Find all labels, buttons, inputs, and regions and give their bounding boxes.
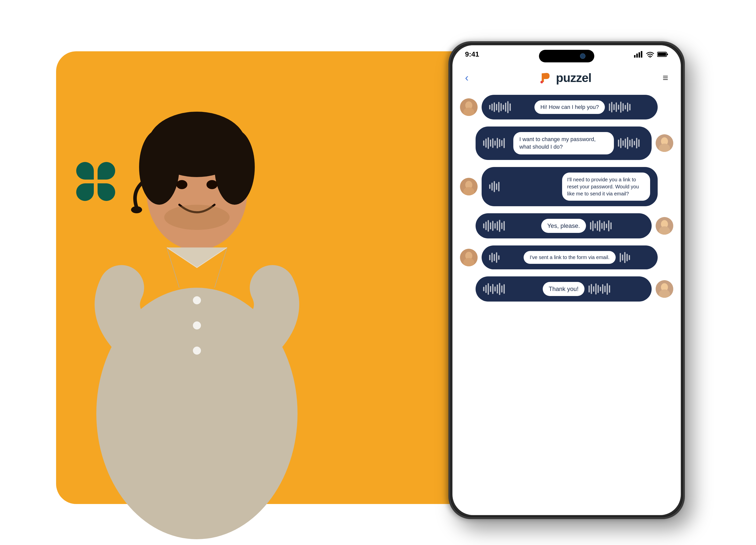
message-4-text: Yes, please. bbox=[541, 219, 586, 233]
svg-rect-12 bbox=[237, 164, 251, 187]
message-5-bubble: I've sent a link to the form via email. bbox=[482, 245, 658, 269]
svg-point-21 bbox=[650, 57, 651, 58]
status-time: 9:41 bbox=[465, 50, 479, 58]
puzzel-logo: puzzel bbox=[540, 71, 592, 85]
message-3-text: I'll need to provide you a link to reset… bbox=[562, 173, 650, 201]
svg-rect-11 bbox=[143, 164, 157, 187]
waveform-left-5 bbox=[489, 252, 520, 263]
svg-rect-17 bbox=[634, 55, 636, 58]
menu-button[interactable]: ≡ bbox=[663, 72, 668, 83]
svg-rect-20 bbox=[641, 51, 642, 58]
dynamic-island bbox=[539, 50, 594, 62]
phone-mockup: 9:41 bbox=[448, 41, 685, 519]
message-3-bubble: I'll need to provide you a link to reset… bbox=[482, 167, 658, 206]
person-area bbox=[46, 36, 348, 539]
agent-avatar-5 bbox=[460, 249, 478, 266]
message-6-bubble: Thank you! bbox=[476, 276, 652, 302]
person-illustration bbox=[71, 61, 323, 539]
svg-rect-19 bbox=[639, 52, 640, 58]
waveform-left-3 bbox=[489, 181, 558, 192]
svg-point-13 bbox=[131, 206, 142, 213]
waveform-left-4 bbox=[483, 220, 537, 232]
message-3: I'll need to provide you a link to reset… bbox=[460, 167, 673, 206]
waveform-left-1 bbox=[489, 101, 530, 113]
puzzel-logo-icon bbox=[540, 71, 553, 84]
message-1: Hi! How can I help you? bbox=[460, 95, 673, 119]
svg-point-7 bbox=[159, 117, 235, 157]
message-6: Thank you! bbox=[460, 276, 673, 302]
waveform-right-4 bbox=[590, 220, 644, 232]
signal-icon bbox=[634, 51, 643, 58]
user-avatar-6 bbox=[656, 280, 673, 298]
svg-point-10 bbox=[164, 205, 230, 230]
phone-container: 9:41 bbox=[448, 41, 685, 519]
status-icons bbox=[634, 51, 668, 58]
svg-point-15 bbox=[193, 321, 201, 329]
message-2-text: I want to change my password, what shoul… bbox=[513, 132, 614, 155]
message-2-bubble: I want to change my password, what shoul… bbox=[476, 127, 652, 160]
phone-side-button bbox=[683, 144, 685, 174]
camera-dot bbox=[580, 53, 585, 59]
app-header: ‹ puzzel ≡ bbox=[452, 66, 681, 90]
message-6-text: Thank you! bbox=[543, 282, 585, 296]
svg-point-8 bbox=[176, 180, 187, 189]
puzzel-logo-text: puzzel bbox=[556, 71, 592, 85]
agent-avatar-3 bbox=[460, 178, 478, 195]
wifi-status-icon bbox=[646, 51, 654, 58]
user-avatar-2 bbox=[656, 134, 673, 152]
waveform-right-6 bbox=[589, 283, 644, 295]
waveform-right-1 bbox=[609, 102, 650, 113]
waveform-right-2 bbox=[618, 137, 644, 149]
chat-area: Hi! How can I help you? bbox=[452, 90, 681, 515]
user-avatar-4 bbox=[656, 217, 673, 235]
svg-point-9 bbox=[206, 180, 218, 189]
message-1-bubble: Hi! How can I help you? bbox=[482, 95, 658, 119]
svg-rect-18 bbox=[636, 54, 638, 58]
scene: 9:41 bbox=[26, 21, 730, 524]
message-1-text: Hi! How can I help you? bbox=[534, 100, 605, 114]
agent-avatar-1 bbox=[460, 98, 478, 116]
waveform-left-2 bbox=[483, 137, 509, 149]
svg-point-14 bbox=[193, 296, 201, 304]
svg-rect-24 bbox=[667, 54, 668, 55]
message-4: Yes, please. bbox=[460, 213, 673, 238]
message-5-text: I've sent a link to the form via email. bbox=[524, 251, 615, 264]
svg-point-25 bbox=[540, 81, 543, 83]
waveform-left-6 bbox=[483, 283, 539, 295]
svg-rect-23 bbox=[658, 53, 666, 56]
svg-point-16 bbox=[193, 347, 201, 355]
battery-icon bbox=[657, 51, 668, 57]
waveform-right-5 bbox=[620, 252, 650, 263]
phone-screen: 9:41 bbox=[452, 45, 681, 515]
back-button[interactable]: ‹ bbox=[465, 72, 469, 84]
message-5: I've sent a link to the form via email. bbox=[460, 245, 673, 269]
message-4-bubble: Yes, please. bbox=[476, 213, 652, 238]
message-2: I want to change my password, what shoul… bbox=[460, 127, 673, 160]
